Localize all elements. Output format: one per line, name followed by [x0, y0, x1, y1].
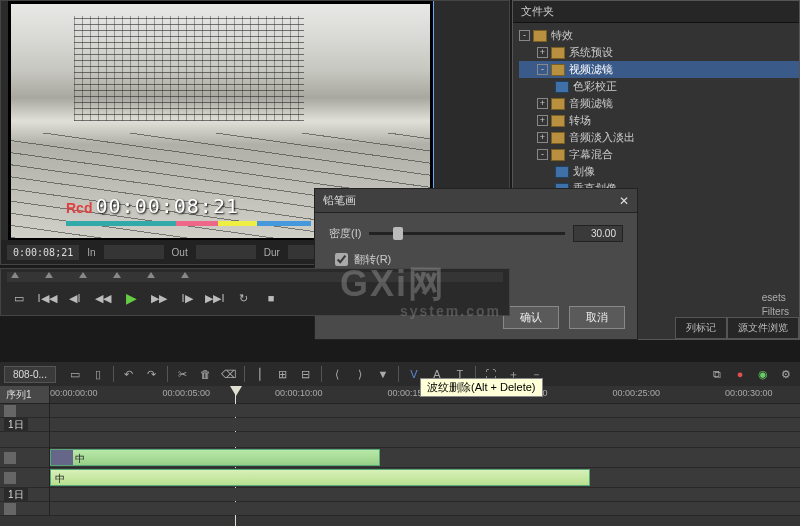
ok-button[interactable]: 确认 — [503, 306, 559, 329]
rec-overlay: Rcd 00:00:08:21 — [66, 194, 311, 222]
track-spacer — [0, 432, 800, 448]
tool-split[interactable]: ⎮ — [250, 365, 270, 383]
tree-color-correct[interactable]: 色彩校正 — [519, 78, 799, 95]
expand-icon[interactable]: - — [519, 30, 530, 41]
density-slider[interactable] — [369, 232, 565, 235]
track-title-2[interactable] — [0, 404, 800, 418]
tree-label: 字幕混合 — [569, 147, 613, 162]
folder-icon — [551, 149, 565, 161]
tool-marker[interactable]: ▼ — [373, 365, 393, 383]
sequence-tab[interactable]: 808-0... — [4, 366, 56, 383]
tree-label: 音频滤镜 — [569, 96, 613, 111]
tree-label: 划像 — [573, 164, 595, 179]
track-audio-1[interactable]: 中 — [0, 468, 800, 488]
video-clip[interactable]: 中 — [50, 449, 380, 466]
audio-clip[interactable]: 中 — [50, 469, 590, 486]
flip-label: 翻转(R) — [354, 252, 391, 267]
track-speaker-icon[interactable] — [4, 472, 16, 484]
density-value[interactable]: 30.00 — [573, 225, 623, 242]
expand-icon[interactable]: + — [537, 132, 548, 143]
track-video-1[interactable]: 中 — [0, 448, 800, 468]
tool-ripple-delete[interactable]: ⌫ — [219, 365, 239, 383]
flip-checkbox[interactable] — [335, 253, 348, 266]
tree-transition[interactable]: +转场 — [519, 112, 799, 129]
clip-label: 中 — [55, 472, 65, 486]
folder-icon — [551, 132, 565, 144]
tool-settings[interactable]: ⚙ — [776, 365, 796, 383]
fx-tab-markers[interactable]: 列标记 — [675, 317, 727, 339]
track-speaker-icon[interactable] — [4, 503, 16, 515]
slider-thumb-icon[interactable] — [393, 227, 403, 240]
fx-tab-source-browse[interactable]: 源文件浏览 — [727, 317, 799, 339]
flip-checkbox-row[interactable]: 翻转(R) — [335, 252, 623, 267]
loop-button[interactable]: ↻ — [233, 289, 253, 307]
timeline: 序列1 00:00:00:00 00:00:05:00 00:00:10:00 … — [0, 386, 800, 526]
folder-icon — [533, 30, 547, 42]
track-eye-icon[interactable] — [4, 405, 16, 417]
tree-audio-fade[interactable]: +音频淡入淡出 — [519, 129, 799, 146]
tree-title-mix[interactable]: -字幕混合 — [519, 146, 799, 163]
track-title-1[interactable]: 1日 — [0, 418, 800, 432]
rec-progress-bar — [66, 221, 311, 226]
play-button[interactable]: ▶ — [121, 289, 141, 307]
pencil-sketch-dialog: 铅笔画 ✕ 密度(I) 30.00 翻转(R) 平滑(S) 确认 取消 — [314, 188, 638, 340]
tool-delete[interactable]: 🗑 — [196, 365, 216, 383]
expand-icon[interactable]: + — [537, 115, 548, 126]
folder-icon — [551, 47, 565, 59]
next-edit-button[interactable]: ▶▶I — [205, 289, 225, 307]
tool-select[interactable]: ▯ — [88, 365, 108, 383]
prev-edit-button[interactable]: I◀◀ — [37, 289, 57, 307]
tool-undo[interactable]: ↶ — [119, 365, 139, 383]
rec-timecode: 00:00:08:21 — [96, 194, 239, 218]
tool-in-point[interactable]: ⟨ — [327, 365, 347, 383]
step-fwd-button[interactable]: I▶ — [177, 289, 197, 307]
in-label: In — [87, 247, 95, 258]
tree-wipe[interactable]: 划像 — [519, 163, 799, 180]
tool-record[interactable]: ● — [730, 365, 750, 383]
ruler-tick: 00:00:10:00 — [275, 388, 323, 398]
fx-tabs: 列标记 源文件浏览 — [675, 317, 799, 339]
add-clip-button[interactable]: ▭ — [9, 289, 29, 307]
tree-sys-preset[interactable]: +系统预设 — [519, 44, 799, 61]
ruler-tick: 00:00:05:00 — [163, 388, 211, 398]
folder-icon — [551, 64, 565, 76]
expand-icon[interactable]: + — [537, 47, 548, 58]
fast-forward-button[interactable]: ▶▶ — [149, 289, 169, 307]
tree-label: 转场 — [569, 113, 591, 128]
tree-label: 音频淡入淡出 — [569, 130, 635, 145]
stop-button[interactable]: ■ — [261, 289, 281, 307]
tool-redo[interactable]: ↷ — [142, 365, 162, 383]
timeline-seq-name[interactable]: 序列1 — [0, 386, 50, 403]
tool-snap[interactable]: ⧉ — [707, 365, 727, 383]
expand-icon[interactable]: + — [537, 98, 548, 109]
track-label: 1日 — [4, 487, 28, 503]
track-label: 1日 — [4, 417, 28, 433]
expand-icon[interactable]: - — [537, 149, 548, 160]
rewind-button[interactable]: ◀◀ — [93, 289, 113, 307]
tree-root-effects[interactable]: -特效 — [519, 27, 799, 44]
tool-cut[interactable]: ✂ — [173, 365, 193, 383]
track-eye-icon[interactable] — [4, 452, 16, 464]
tree-video-fx[interactable]: -视频滤镜 — [519, 61, 799, 78]
fx-icon — [555, 166, 569, 178]
tool-render[interactable]: ◉ — [753, 365, 773, 383]
status-timecode: 0:00:08;21 — [7, 245, 79, 260]
tool-ungroup[interactable]: ⊟ — [296, 365, 316, 383]
dur-label: Dur — [264, 247, 280, 258]
dialog-titlebar[interactable]: 铅笔画 ✕ — [315, 189, 637, 213]
expand-icon[interactable]: - — [537, 64, 548, 75]
track-audio-2[interactable]: 1日 — [0, 488, 800, 502]
track-audio-3[interactable] — [0, 502, 800, 516]
tool-group[interactable]: ⊞ — [273, 365, 293, 383]
in-value[interactable] — [104, 245, 164, 259]
cancel-button[interactable]: 取消 — [569, 306, 625, 329]
tree-audio-fx[interactable]: +音频滤镜 — [519, 95, 799, 112]
step-back-button[interactable]: ◀I — [65, 289, 85, 307]
tool-out-point[interactable]: ⟩ — [350, 365, 370, 383]
out-value[interactable] — [196, 245, 256, 259]
dialog-title-text: 铅笔画 — [323, 193, 356, 208]
tool-pointer[interactable]: ▭ — [65, 365, 85, 383]
playback-bar: ▭ I◀◀ ◀I ◀◀ ▶ ▶▶ I▶ ▶▶I ↻ ■ — [0, 268, 510, 316]
scrub-bar[interactable] — [7, 272, 503, 282]
close-icon[interactable]: ✕ — [619, 194, 629, 208]
